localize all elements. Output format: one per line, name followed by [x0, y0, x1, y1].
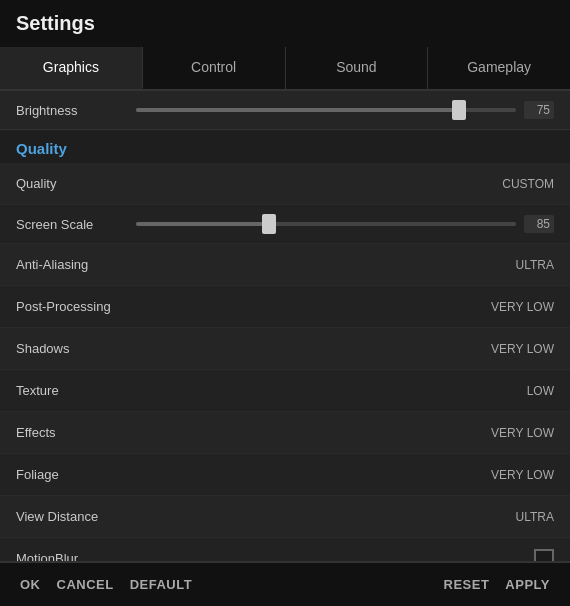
screen-scale-label: Screen Scale — [16, 217, 136, 232]
setting-row-post-processing[interactable]: Post-ProcessingVERY LOW — [0, 286, 570, 328]
quality-row[interactable]: Quality CUSTOM — [0, 163, 570, 205]
setting-label: View Distance — [16, 509, 474, 524]
setting-row-motionblur[interactable]: MotionBlur — [0, 538, 570, 561]
tab-gameplay[interactable]: Gameplay — [428, 47, 570, 89]
brightness-slider-thumb[interactable] — [452, 100, 466, 120]
checkbox-motionblur[interactable] — [534, 549, 554, 562]
title-bar: Settings — [0, 0, 570, 47]
quality-value: CUSTOM — [474, 177, 554, 191]
quality-section-header: Quality — [0, 130, 570, 163]
quality-label: Quality — [16, 176, 474, 191]
setting-rows-container: Anti-AliasingULTRAPost-ProcessingVERY LO… — [0, 244, 570, 561]
setting-label: Effects — [16, 425, 474, 440]
brightness-label: Brightness — [16, 103, 136, 118]
tab-bar: Graphics Control Sound Gameplay — [0, 47, 570, 91]
reset-button[interactable]: RESET — [444, 577, 490, 592]
setting-value: VERY LOW — [474, 300, 554, 314]
cancel-button[interactable]: CANCEL — [57, 577, 114, 592]
footer: OK CANCEL DEFAULT RESET APPLY — [0, 561, 570, 606]
screen-scale-value: 85 — [524, 215, 554, 233]
setting-row-shadows[interactable]: ShadowsVERY LOW — [0, 328, 570, 370]
footer-left-actions: OK CANCEL DEFAULT — [20, 577, 192, 592]
default-button[interactable]: DEFAULT — [130, 577, 192, 592]
setting-label: Anti-Aliasing — [16, 257, 474, 272]
setting-value: VERY LOW — [474, 342, 554, 356]
ok-button[interactable]: OK — [20, 577, 41, 592]
tab-graphics[interactable]: Graphics — [0, 47, 143, 89]
footer-right-actions: RESET APPLY — [444, 577, 551, 592]
setting-label: Foliage — [16, 467, 474, 482]
setting-row-anti-aliasing[interactable]: Anti-AliasingULTRA — [0, 244, 570, 286]
brightness-slider-track[interactable] — [136, 108, 516, 112]
apply-button[interactable]: APPLY — [505, 577, 550, 592]
tab-control[interactable]: Control — [143, 47, 286, 89]
setting-label: Texture — [16, 383, 474, 398]
screen-scale-row: Screen Scale 85 — [0, 205, 570, 244]
screen-scale-slider-container: 85 — [136, 215, 554, 233]
tab-sound[interactable]: Sound — [286, 47, 429, 89]
setting-row-effects[interactable]: EffectsVERY LOW — [0, 412, 570, 454]
setting-value: LOW — [474, 384, 554, 398]
window-title: Settings — [16, 12, 95, 34]
setting-value: VERY LOW — [474, 468, 554, 482]
screen-scale-slider-track[interactable] — [136, 222, 516, 226]
settings-content: Brightness 75 Quality Quality CUSTOM Scr… — [0, 91, 570, 561]
brightness-slider-fill — [136, 108, 459, 112]
brightness-row: Brightness 75 — [0, 91, 570, 130]
setting-label: Post-Processing — [16, 299, 474, 314]
brightness-value: 75 — [524, 101, 554, 119]
checkbox-container — [474, 549, 554, 562]
settings-window: Settings Graphics Control Sound Gameplay… — [0, 0, 570, 606]
setting-label: MotionBlur — [16, 551, 474, 561]
brightness-slider-container: 75 — [136, 101, 554, 119]
setting-row-texture[interactable]: TextureLOW — [0, 370, 570, 412]
screen-scale-slider-fill — [136, 222, 269, 226]
setting-value: ULTRA — [474, 258, 554, 272]
setting-value: ULTRA — [474, 510, 554, 524]
setting-label: Shadows — [16, 341, 474, 356]
setting-value: VERY LOW — [474, 426, 554, 440]
setting-row-foliage[interactable]: FoliageVERY LOW — [0, 454, 570, 496]
setting-row-view-distance[interactable]: View DistanceULTRA — [0, 496, 570, 538]
screen-scale-slider-thumb[interactable] — [262, 214, 276, 234]
